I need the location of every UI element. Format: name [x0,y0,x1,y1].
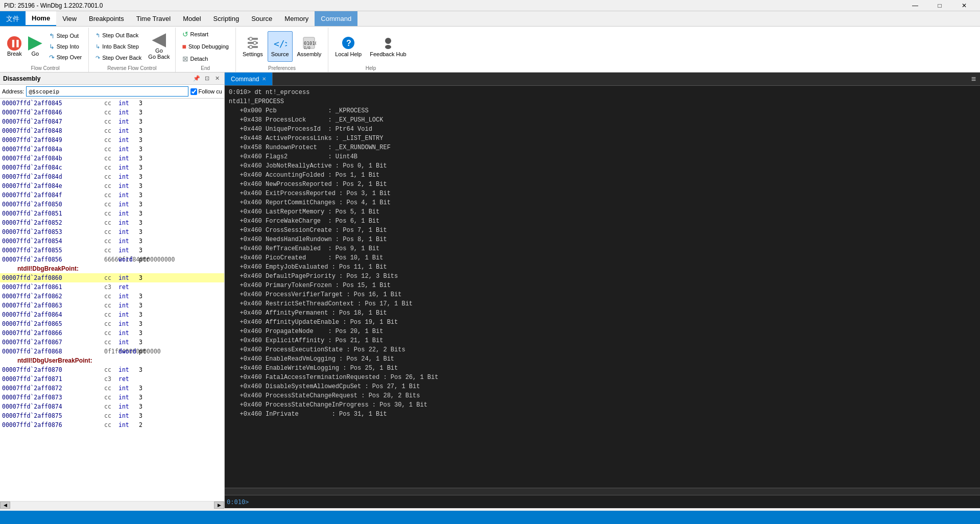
step-out-back-label: Step Out Back [102,32,138,38]
disassembly-row[interactable]: 00007ffd`2aff084accint3 [0,145,224,154]
disassembly-row[interactable]: 00007ffd`2aff0875ccint3 [0,411,224,420]
go-button[interactable]: Go [26,35,44,58]
disassembly-row[interactable]: 00007ffd`2aff0847ccint3 [0,117,224,126]
disassembly-row[interactable]: 00007ffd`2aff084cccint3 [0,163,224,172]
step-out-back-button[interactable]: ↰ Step Out Back [92,30,145,41]
disassembly-row[interactable]: 00007ffd`2aff0846ccint3 [0,108,224,117]
disassembly-row[interactable]: 00007ffd`2aff0861c3ret [0,282,224,292]
disassembly-horizontal-scrollbar[interactable]: ◀ ▶ [0,501,224,508]
disassembly-row[interactable]: 00007ffd`2aff0860ccint3 [0,273,224,282]
step-into-button[interactable]: ↳ Step Into [45,41,86,52]
disassembly-row[interactable]: 00007ffd`2aff0865ccint3 [0,319,224,328]
disassembly-row[interactable]: 00007ffd`2aff0863ccint3 [0,301,224,310]
disassembly-row[interactable]: 00007ffd`2aff0855ccint3 [0,246,224,255]
menu-item-source[interactable]: Source [245,11,278,26]
disassembly-row[interactable]: 00007ffd`2aff0872ccint3 [0,384,224,393]
disassembly-header-buttons: 📌 ⊡ ✕ [193,75,221,83]
menu-item-breakpoints[interactable]: Breakpoints [83,11,130,26]
settings-button[interactable]: Settings [239,31,267,62]
command-output-line: +0x460 RefTraceEnabled : Pos 9, 1 Bit [229,244,976,253]
address-bar: Address: Follow cu [0,85,224,99]
break-button[interactable]: ▐▐ Break [5,35,24,58]
menu-item-scripting[interactable]: Scripting [207,11,246,26]
assembly-button[interactable]: 01010 I/O Assembly [294,31,325,62]
go-back-button[interactable]: Go Go Back [146,32,172,61]
address-input[interactable] [26,86,188,97]
step-over-back-button[interactable]: ↷ Step Over Back [92,52,145,63]
disassembly-row[interactable]: 00007ffd`2aff0871c3ret [0,374,224,384]
restart-button[interactable]: ↺ Restart [179,29,212,40]
disassembly-row[interactable]: 00007ffd`2aff0862ccint3 [0,292,224,301]
disassembly-row[interactable]: 00007ffd`2aff0852ccint3 [0,218,224,227]
disassembly-row[interactable]: 00007ffd`2aff0851ccint3 [0,209,224,218]
disassembly-row[interactable]: 00007ffd`2aff0866ccint3 [0,328,224,338]
go-back-label-go: Go [155,47,163,54]
command-output[interactable]: 0:010> dt nt!_eprocessntdll!_EPROCESS +0… [225,86,980,488]
disassembly-row[interactable]: ntdll!DbgBreakPoint: [0,264,224,273]
stop-debugging-button[interactable]: ■ Stop Debugging [179,41,232,52]
disassembly-float-button[interactable]: ⊡ [203,75,211,83]
follow-cursor-check[interactable] [190,88,197,95]
step-over-label: Step Over [57,54,82,60]
source-button[interactable]: </> Source [268,31,293,62]
disassembly-row[interactable]: 00007ffd`2aff08680f1f840000000000dwordpt [0,347,224,356]
menu-item-home[interactable]: Home [26,11,56,26]
disassembly-row[interactable]: 00007ffd`2aff0873ccint3 [0,393,224,402]
step-into-back-button[interactable]: ↳ Into Back Step [92,41,145,52]
command-output-line: +0x460 AffinityPermanent : Pos 18, 1 Bit [229,308,976,318]
step-out-button[interactable]: ↰ Step Out [45,31,86,41]
go-icon [28,36,42,51]
command-input[interactable] [251,498,978,506]
command-tab[interactable]: Command ✕ [225,73,273,85]
close-button[interactable]: ✕ [952,1,976,11]
feedback-hub-button[interactable]: Feedback Hub [366,31,410,62]
command-output-line: +0x460 ExitProcessReported : Pos 3, 1 Bi… [229,189,976,198]
disassembly-row[interactable]: 00007ffd`2aff0849ccint3 [0,135,224,145]
disassembly-row[interactable]: 00007ffd`2aff0854ccint3 [0,236,224,246]
maximize-button[interactable]: □ [928,1,951,11]
menu-item-model[interactable]: Model [177,11,207,26]
command-tab-label: Command [231,76,259,83]
command-output-line: +0x460 ProcessStateChangeInProgress : Po… [229,400,976,410]
disassembly-row[interactable]: 00007ffd`2aff0853ccint3 [0,227,224,236]
follow-cursor-checkbox[interactable]: Follow cu [190,88,222,95]
disassembly-pin-button[interactable]: 📌 [193,75,201,83]
disassembly-rows-container[interactable]: 00007ffd`2aff0845ccint300007ffd`2aff0846… [0,99,224,501]
assembly-icon: 01010 I/O [302,36,316,50]
disassembly-row[interactable]: 00007ffd`2aff0876ccint2 [0,420,224,430]
disassembly-row[interactable]: 00007ffd`2aff084bccint3 [0,154,224,163]
disassembly-row[interactable]: 00007ffd`2aff0874ccint3 [0,402,224,411]
command-tab-close[interactable]: ✕ [262,76,266,82]
disassembly-row[interactable]: 00007ffd`2aff0870ccint3 [0,365,224,374]
disassembly-row[interactable]: ntdll!DbgUserBreakPoint: [0,356,224,365]
disassembly-row[interactable]: 00007ffd`2aff084dccint3 [0,172,224,181]
minimize-button[interactable]: — [903,1,927,11]
disassembly-row[interactable]: 00007ffd`2aff084fccint3 [0,190,224,200]
disassembly-close-button[interactable]: ✕ [213,75,221,83]
disassembly-row[interactable]: 00007ffd`2aff0850ccint3 [0,200,224,209]
command-horizontal-scrollbar[interactable] [225,488,980,495]
svg-rect-13 [385,45,391,49]
disassembly-row[interactable]: 00007ffd`2aff0864ccint3 [0,310,224,319]
menu-item-memory[interactable]: Memory [278,11,315,26]
detach-button[interactable]: ⊠ Detach [179,53,212,64]
disassembly-row[interactable]: 00007ffd`2aff0845ccint3 [0,99,224,108]
command-input-row: 0:010> [225,495,980,508]
disassembly-row[interactable]: 00007ffd`2aff0867ccint3 [0,338,224,347]
dis-scroll-right[interactable]: ▶ [214,502,224,509]
menu-item-file[interactable]: 文件 [0,11,26,26]
menu-item-time-travel[interactable]: Time Travel [130,11,177,26]
local-help-button[interactable]: ? Local Help [331,31,365,62]
reverse-flow-title: Reverse Flow Control [92,64,172,71]
follow-cursor-label: Follow cu [199,88,222,94]
command-options-button[interactable]: ≡ [967,73,980,85]
menu-item-command[interactable]: Command [315,11,357,26]
menu-item-view[interactable]: View [56,11,83,26]
go-back-icon [152,33,166,47]
command-output-line: +0x460 ExplicitAffinity : Pos 21, 1 Bit [229,336,976,345]
dis-scroll-left[interactable]: ◀ [0,502,10,509]
disassembly-row[interactable]: 00007ffd`2aff084eccint3 [0,181,224,190]
disassembly-row[interactable]: 00007ffd`2aff0848ccint3 [0,126,224,135]
step-over-button[interactable]: ↷ Step Over [45,52,86,63]
disassembly-row[interactable]: 00007ffd`2aff085666660f1f840000000000wor… [0,255,224,264]
